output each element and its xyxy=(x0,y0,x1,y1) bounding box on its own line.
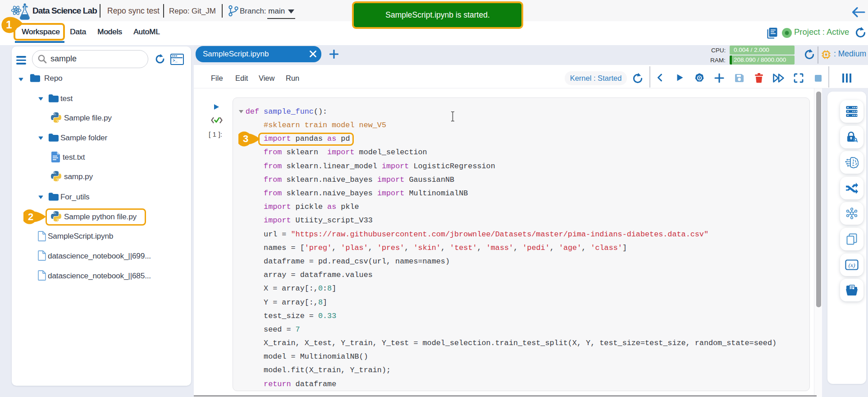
svg-text:(x): (x) xyxy=(849,262,855,268)
